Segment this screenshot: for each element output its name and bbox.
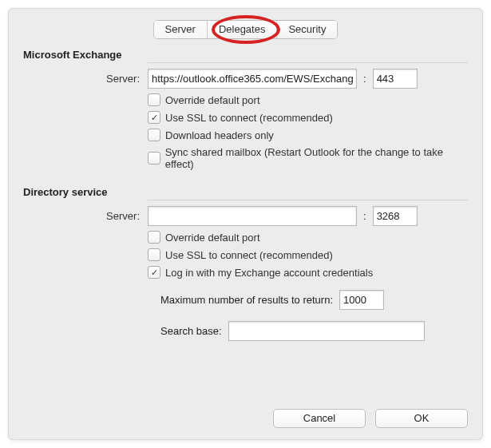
dialog-footer: Cancel OK (273, 409, 468, 428)
label-exchange-ssl: Use SSL to connect (recommended) (165, 112, 333, 124)
tab-delegates[interactable]: Delegates (207, 21, 277, 38)
section-title-exchange: Microsoft Exchange (23, 49, 468, 61)
label-exchange-headers-only: Download headers only (165, 129, 274, 141)
label-exchange-sync-shared: Sync shared mailbox (Restart Outlook for… (165, 146, 468, 170)
max-results-label: Maximum number of results to return: (160, 294, 333, 306)
label-directory-ssl: Use SSL to connect (recommended) (165, 249, 333, 261)
tab-bar: Server Delegates Security (153, 20, 339, 39)
directory-server-input[interactable] (148, 206, 357, 226)
exchange-port-input[interactable] (373, 69, 418, 89)
label-exchange-override-port: Override default port (165, 94, 260, 106)
exchange-server-input[interactable] (148, 69, 357, 89)
tab-server[interactable]: Server (154, 21, 207, 38)
checkbox-exchange-ssl[interactable] (148, 111, 160, 124)
label-directory-override-port: Override default port (165, 232, 260, 244)
colon-separator: : (362, 73, 368, 85)
search-base-input[interactable] (228, 321, 425, 341)
exchange-server-label: Server: (23, 73, 148, 85)
account-settings-dialog: Server Delegates Security Microsoft Exch… (8, 8, 483, 440)
section-title-directory: Directory service (23, 186, 468, 198)
colon-separator: : (362, 210, 368, 222)
label-directory-login-exchange: Log in with my Exchange account credenti… (165, 267, 373, 279)
checkbox-directory-login-exchange[interactable] (148, 266, 160, 279)
dialog-content: Microsoft Exchange Server: : Override de… (23, 9, 468, 341)
cancel-button[interactable]: Cancel (273, 409, 366, 428)
ok-button[interactable]: OK (375, 409, 468, 428)
tab-security[interactable]: Security (276, 21, 337, 38)
search-base-label: Search base: (160, 325, 222, 337)
checkbox-exchange-headers-only[interactable] (148, 129, 160, 141)
max-results-input[interactable] (339, 290, 384, 310)
directory-server-label: Server: (23, 210, 148, 222)
checkbox-exchange-sync-shared[interactable] (148, 152, 160, 165)
directory-port-input[interactable] (373, 206, 418, 226)
checkbox-directory-override-port[interactable] (148, 231, 160, 244)
checkbox-exchange-override-port[interactable] (148, 93, 160, 106)
checkbox-directory-ssl[interactable] (148, 248, 160, 261)
